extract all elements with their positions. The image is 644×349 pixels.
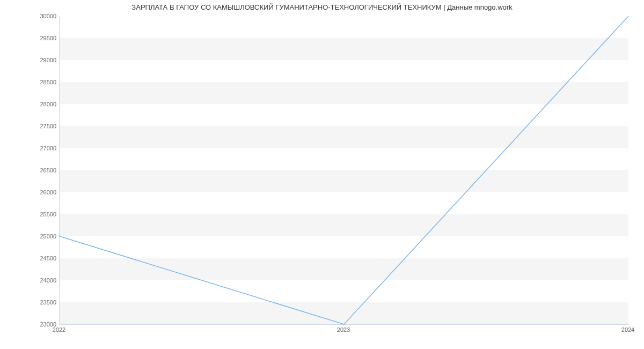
y-tick-label: 25500 [13, 211, 56, 217]
y-tick-label: 26500 [13, 167, 56, 173]
chart-line-svg [60, 16, 628, 324]
y-tick-label: 30000 [13, 13, 56, 19]
y-tick-label: 29000 [13, 57, 56, 63]
y-tick-label: 29500 [13, 35, 56, 41]
chart-container: ЗАРПЛАТА В ГАПОУ СО КАМЫШЛОВСКИЙ ГУМАНИТ… [0, 0, 644, 349]
y-tick-label: 27500 [13, 123, 56, 129]
y-tick-label: 25000 [13, 233, 56, 239]
y-tick-label: 23500 [13, 299, 56, 306]
y-tick-label: 24500 [13, 255, 56, 261]
x-tick-label: 2024 [621, 326, 634, 333]
series-line [60, 16, 628, 324]
y-tick-label: 28500 [13, 79, 56, 85]
chart-title: ЗАРПЛАТА В ГАПОУ СО КАМЫШЛОВСКИЙ ГУМАНИТ… [0, 3, 644, 11]
x-tick-label: 2023 [337, 326, 350, 333]
y-tick-label: 28000 [13, 101, 56, 107]
y-tick-label: 27000 [13, 145, 56, 151]
y-tick-label: 24000 [13, 277, 56, 283]
y-tick-label: 23000 [13, 321, 56, 328]
plot-area [59, 16, 628, 325]
x-tick-label: 2022 [53, 326, 65, 333]
y-tick-label: 26000 [13, 189, 56, 195]
